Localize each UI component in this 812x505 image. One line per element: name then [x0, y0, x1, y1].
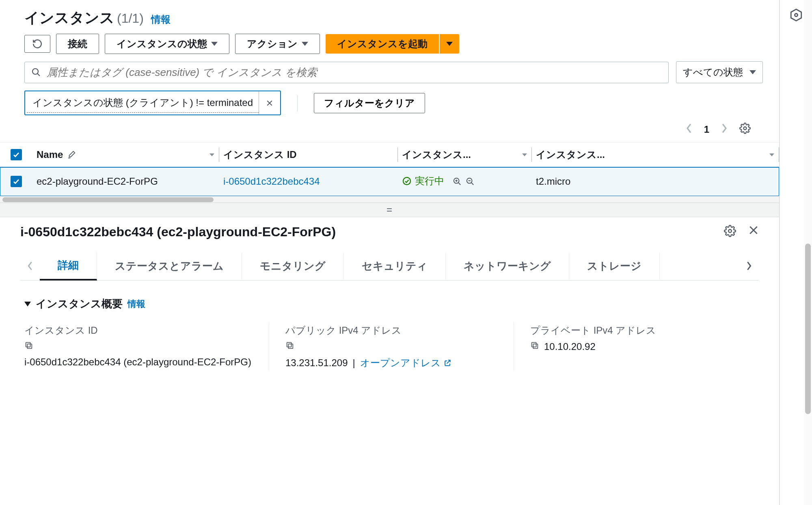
divider: [297, 95, 298, 111]
table-settings-button[interactable]: [739, 123, 751, 136]
refresh-icon: [32, 39, 43, 49]
filter-chip-text[interactable]: インスタンスの状態 (クライアント) != terminated: [27, 93, 259, 113]
filter-chip: インスタンスの状態 (クライアント) != terminated: [24, 91, 281, 115]
sort-icon[interactable]: [209, 149, 215, 160]
detail-title: i-0650d1c322bebc434 (ec2-playground-EC2-…: [20, 224, 336, 240]
scrollbar-thumb[interactable]: [805, 244, 811, 414]
svg-line-10: [458, 183, 460, 185]
state-filter-select[interactable]: すべての状態: [676, 61, 763, 83]
page-prev[interactable]: [685, 123, 693, 136]
svg-point-8: [403, 177, 410, 185]
svg-rect-20: [26, 343, 30, 347]
tabs-scroll-left[interactable]: [20, 252, 40, 280]
search-input[interactable]: [47, 66, 662, 79]
value-private-ip: 10.10.20.92: [544, 341, 596, 352]
caret-down-icon: [211, 42, 218, 46]
cell-name: ec2-playground-EC2-ForPG: [32, 167, 219, 196]
page-number: 1: [704, 124, 709, 135]
col-instance-state[interactable]: インスタンス...: [402, 148, 471, 161]
copy-icon[interactable]: [285, 341, 294, 352]
edit-icon[interactable]: [67, 150, 76, 159]
actions-dropdown[interactable]: アクション: [235, 34, 320, 54]
split-handle[interactable]: =: [0, 203, 779, 217]
page-next[interactable]: [721, 123, 728, 136]
horizontal-scrollbar[interactable]: [0, 196, 779, 203]
label-instance-id: インスタンス ID: [24, 324, 253, 337]
launch-instance-button[interactable]: インスタンスを起動: [326, 34, 439, 54]
svg-line-14: [471, 183, 473, 185]
right-rail: [780, 0, 812, 505]
launch-instance-caret[interactable]: [440, 34, 459, 54]
tab-details[interactable]: 詳細: [40, 252, 97, 281]
row-checkbox[interactable]: [11, 176, 22, 187]
svg-marker-7: [769, 153, 774, 156]
svg-line-1: [37, 73, 40, 76]
caret-down-icon: [749, 70, 756, 74]
info-link[interactable]: 情報: [151, 13, 171, 26]
tab-monitoring[interactable]: モニタリング: [242, 252, 344, 280]
connect-button[interactable]: 接続: [56, 34, 99, 54]
search-icon: [31, 67, 41, 77]
value-public-ip: 13.231.51.209: [285, 357, 348, 369]
sort-icon[interactable]: [769, 149, 775, 160]
overview-info-link[interactable]: 情報: [127, 298, 145, 310]
detail-settings-button[interactable]: [724, 225, 736, 239]
open-address-link[interactable]: オープンアドレス: [360, 356, 451, 369]
instance-count: (1/1): [117, 11, 144, 26]
label-public-ip: パブリック IPv4 アドレス: [285, 324, 497, 337]
search-box[interactable]: [24, 62, 669, 83]
caret-down-icon: [446, 42, 453, 46]
clear-filters-button[interactable]: フィルターをクリア: [314, 93, 425, 113]
svg-marker-6: [522, 153, 527, 156]
instance-state-dropdown[interactable]: インスタンスの状態: [105, 34, 229, 54]
svg-rect-23: [533, 344, 538, 348]
zoom-out-icon[interactable]: [466, 177, 475, 188]
disclosure-icon[interactable]: [24, 302, 31, 306]
value-instance-id: i-0650d1c322bebc434 (ec2-playground-EC2-…: [24, 356, 253, 368]
svg-point-0: [32, 69, 38, 74]
select-all-checkbox[interactable]: [11, 149, 22, 160]
copy-icon[interactable]: [530, 341, 539, 352]
tab-storage[interactable]: ストレージ: [569, 252, 660, 280]
status-ok-icon: [402, 176, 412, 186]
tab-status[interactable]: ステータスとアラーム: [97, 252, 242, 280]
tab-networking[interactable]: ネットワーキング: [446, 252, 569, 280]
cell-type: t2.micro: [532, 167, 779, 196]
svg-point-16: [728, 229, 732, 233]
svg-rect-22: [287, 343, 292, 347]
svg-point-4: [744, 127, 747, 130]
detail-tabs: 詳細 ステータスとアラーム モニタリング セキュリティ ネットワーキング ストレ…: [20, 252, 759, 281]
external-link-icon: [443, 359, 451, 367]
table-row[interactable]: ec2-playground-EC2-ForPG i-0650d1c322beb…: [0, 167, 779, 196]
refresh-button[interactable]: [24, 35, 50, 53]
caret-down-icon: [302, 42, 308, 46]
detail-close-button[interactable]: [748, 225, 759, 239]
copy-icon[interactable]: [24, 341, 33, 352]
instances-table: Name インスタンス ID: [0, 142, 779, 196]
vertical-scrollbar[interactable]: [804, 0, 812, 505]
tab-security[interactable]: セキュリティ: [344, 252, 446, 280]
label-private-ip: プライベート IPv4 アドレス: [530, 324, 743, 337]
svg-rect-24: [532, 343, 536, 347]
zoom-in-icon[interactable]: [453, 177, 462, 188]
tabs-scroll-right[interactable]: [739, 252, 759, 280]
col-name[interactable]: Name: [37, 149, 63, 160]
cell-instance-id[interactable]: i-0650d1c322bebc434: [223, 176, 320, 187]
overview-heading: インスタンス概要: [36, 297, 123, 311]
cell-state: 実行中: [402, 175, 444, 188]
scrollbar-thumb[interactable]: [2, 197, 214, 202]
svg-marker-5: [209, 153, 214, 156]
col-instance-id[interactable]: インスタンス ID: [223, 148, 297, 161]
page-title: インスタンス(1/1): [24, 8, 144, 28]
filter-chip-remove[interactable]: [259, 91, 280, 114]
col-instance-type[interactable]: インスタンス...: [536, 148, 605, 161]
sort-icon[interactable]: [521, 149, 528, 160]
svg-rect-21: [288, 344, 293, 348]
svg-point-26: [795, 13, 797, 16]
svg-rect-19: [27, 344, 32, 348]
svg-marker-25: [791, 9, 801, 21]
